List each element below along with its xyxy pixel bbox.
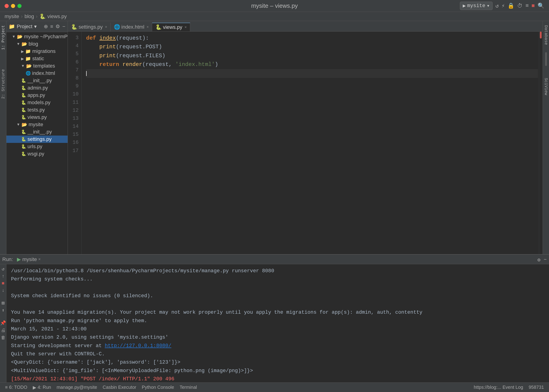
console-error-line-1: [15/Mar/2021 12:43:01] "POST /index/ HTT… — [11, 375, 544, 382]
status-manage[interactable]: manage.py@mysite — [54, 383, 100, 392]
run-config-label: mysite — [467, 3, 485, 9]
panel-icon-2[interactable]: ⬆ — [2, 308, 4, 313]
status-terminal[interactable]: Terminal — [177, 383, 200, 392]
status-todo[interactable]: ≡ 6: TODO — [2, 383, 30, 392]
tab-views-py[interactable]: 🐍 views.py × — [152, 23, 190, 31]
minimize-button[interactable] — [11, 4, 15, 8]
close-button[interactable] — [5, 4, 9, 8]
py-icon: 🐍 — [21, 78, 26, 83]
tree-item-static[interactable]: ▶ 📁 static — [7, 55, 68, 62]
tree-item-models-py[interactable]: 🐍 models.py — [7, 99, 68, 106]
sidebar-tab-database[interactable]: Database — [543, 23, 549, 47]
up-icon[interactable]: ↑ — [2, 274, 4, 279]
tree-item-settings-py[interactable]: 🐍 settings.py — [7, 136, 68, 143]
tree-item-init-py-blog[interactable]: 🐍 __init__.py — [7, 77, 68, 84]
status-event-log[interactable]: https://blog:... Event Log — [471, 385, 526, 390]
console-line: /usr/local/bin/python3.8 /Users/shenhua/… — [11, 267, 544, 275]
console-line — [11, 284, 544, 292]
tree-item-apps-py[interactable]: 🐍 apps.py — [7, 91, 68, 99]
settings-icon[interactable]: ⚙ — [538, 257, 541, 263]
panel-icon-3[interactable]: 🖨 — [1, 328, 6, 333]
close-panel-icon[interactable]: − — [544, 257, 547, 263]
sidebar-scrollbar — [545, 52, 547, 66]
tree-label: mysite ~/PycharmProjects/m — [24, 34, 68, 40]
debug-icon[interactable]: ⚡ — [502, 2, 505, 9]
tab-close-icon[interactable]: × — [185, 25, 187, 29]
stop-icon[interactable]: ■ — [532, 3, 535, 9]
arrow-icon: ▼ — [12, 35, 16, 39]
tab-icon: 🌐 — [114, 24, 120, 30]
dropdown-chevron[interactable]: ▾ — [34, 24, 37, 29]
console-line: You have 14 unapplied migration(s). Your… — [11, 308, 544, 317]
tree-item-mysite[interactable]: ▼ 📂 mysite ~/PycharmProjects/m — [7, 33, 68, 40]
bottom-panel-icons: ⚙ − — [538, 257, 547, 263]
tree-label: wsgi.py — [28, 151, 44, 157]
tree-label: migrations — [32, 48, 56, 54]
tab-close-icon[interactable]: × — [147, 25, 149, 29]
tree-item-index-html[interactable]: 🌐 index.html — [7, 70, 68, 77]
py-icon: 🐍 — [21, 107, 26, 112]
tree-item-wsgi-py[interactable]: 🐍 wsgi.py — [7, 150, 68, 158]
breadcrumb-file[interactable]: views.py — [47, 14, 67, 20]
tab-label: index.html — [121, 24, 144, 30]
breadcrumb-blog[interactable]: blog — [25, 14, 34, 20]
more-icon[interactable]: ≡ — [525, 3, 529, 9]
tree-item-migrations[interactable]: ▶ 📁 migrations — [7, 48, 68, 55]
console-line: <MultiValueDict: {'img_file': [<InMemory… — [11, 367, 544, 375]
tree-item-admin-py[interactable]: 🐍 admin.py — [7, 84, 68, 91]
tree-item-tests-py[interactable]: 🐍 tests.py — [7, 106, 68, 114]
console-line — [11, 300, 544, 308]
tab-settings-py[interactable]: 🐍 settings.py × — [68, 23, 111, 31]
breadcrumb-mysite[interactable]: mysite — [5, 14, 19, 20]
todo-label: 6: TODO — [9, 385, 27, 390]
py-icon: 🐍 — [21, 93, 26, 98]
status-python-console[interactable]: Python Console — [139, 383, 177, 392]
run-config-tab[interactable]: ▶ mysite × — [17, 256, 41, 262]
project-header: 📁 Project ▾ ⊕ ≡ ⚙ − — [7, 21, 68, 32]
tree-item-init-py-mysite[interactable]: 🐍 __init__.py — [7, 128, 68, 136]
tab-close-icon[interactable]: × — [105, 25, 107, 29]
pin-icon[interactable]: 📌 — [0, 320, 6, 326]
code-line-9 — [86, 87, 538, 95]
code-line-7[interactable] — [86, 69, 538, 78]
settings-icon[interactable]: ⚙ — [56, 24, 60, 29]
server-link[interactable]: http://127.0.0.1:8080/ — [105, 343, 171, 349]
tree-item-mysite-sub[interactable]: ▼ 📂 mysite — [7, 121, 68, 128]
run-config-button[interactable]: ▶ mysite ▾ — [460, 2, 493, 10]
coverage-icon[interactable]: 🔒 — [507, 2, 514, 9]
sidebar-tab-structure[interactable]: 2: Structure — [0, 67, 7, 101]
delete-icon[interactable]: 🗑 — [1, 335, 6, 341]
locate-icon[interactable]: ⊕ — [44, 24, 48, 29]
sidebar-tab-project[interactable]: 1: Project — [0, 23, 7, 52]
project-header-icons: ⊕ ≡ ⚙ − — [44, 24, 65, 29]
panel-icon-1[interactable]: ▤ — [2, 300, 4, 306]
minimize-panel-icon[interactable]: − — [62, 24, 65, 29]
tree-item-templates[interactable]: ▼ 📂 templates — [7, 62, 68, 70]
rerun-icon[interactable]: ↺ — [495, 2, 499, 9]
tree-item-blog[interactable]: ▼ 📂 blog — [7, 40, 68, 48]
console-line: Quit the server with CONTROL-C. — [11, 350, 544, 358]
code-line-14 — [86, 130, 538, 139]
rerun-icon[interactable]: ↺ — [2, 266, 4, 272]
status-bar: ≡ 6: TODO ▶ 4: Run manage.py@mysite Casb… — [0, 382, 549, 392]
folder-icon: 📂 — [21, 122, 27, 127]
status-run[interactable]: ▶ 4: Run — [30, 383, 54, 392]
arrow-icon: ▶ — [21, 49, 24, 54]
tab-index-html[interactable]: 🌐 index.html × — [111, 23, 152, 31]
arrow-icon: ▶ — [21, 56, 24, 61]
sidebar-tab-sciview[interactable]: SciView — [543, 76, 549, 97]
breadcrumb-sep-2: › — [36, 14, 37, 20]
status-right: https://blog:... Event Log 958731 — [471, 385, 547, 390]
maximize-button[interactable] — [17, 4, 21, 8]
down-icon[interactable]: ↓ — [2, 288, 4, 293]
tree-item-views-py[interactable]: 🐍 views.py — [7, 114, 68, 121]
status-number-label: 958731 — [529, 385, 544, 390]
collapse-icon[interactable]: ≡ — [50, 24, 53, 29]
search-icon[interactable]: 🔍 — [538, 2, 544, 9]
profile-icon[interactable]: ⏱ — [517, 2, 523, 9]
tab-close-run[interactable]: × — [38, 257, 41, 262]
status-casbin[interactable]: Casbin Executor — [100, 383, 139, 392]
stop-run-icon[interactable]: ■ — [2, 281, 4, 286]
bottom-panel: Run: ▶ mysite × ⚙ − ↺ ↑ ■ ↓ ▤ ⬆ 📌 🖨 🗑 — [0, 254, 549, 382]
tree-item-urls-py[interactable]: 🐍 urls.py — [7, 143, 68, 150]
